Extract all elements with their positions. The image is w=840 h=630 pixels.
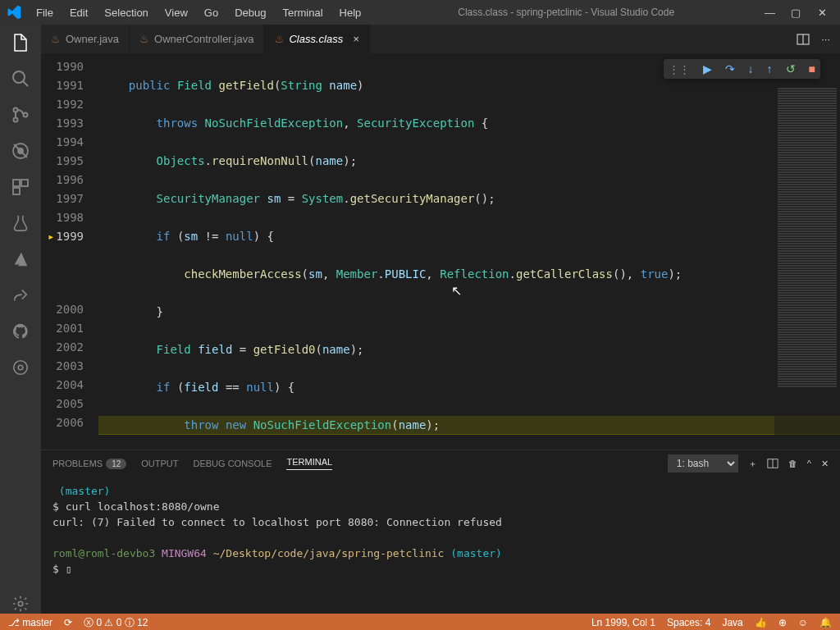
status-errors[interactable]: ⓧ 0 ⚠ 0 ⓘ 12: [84, 616, 148, 630]
status-branch[interactable]: ⎇ master: [8, 617, 52, 628]
minimize-button[interactable]: —: [765, 7, 774, 19]
stop-button[interactable]: ■: [809, 62, 815, 75]
liveshare-icon[interactable]: [11, 285, 30, 305]
settings-gear-icon[interactable]: [11, 594, 30, 614]
menu-file[interactable]: File: [30, 3, 60, 22]
panel-tab-problems[interactable]: PROBLEMS12: [52, 459, 126, 468]
status-smile-icon[interactable]: ☺: [798, 617, 808, 628]
tab-class-class[interactable]: ♨Class.class×: [264, 25, 369, 53]
menu-debug[interactable]: Debug: [228, 3, 272, 22]
terminal-content[interactable]: (master) $ curl localhost:8080/owne curl…: [41, 477, 840, 614]
kill-terminal-icon[interactable]: 🗑: [788, 459, 797, 468]
svg-point-11: [18, 601, 23, 606]
panel-tab-output[interactable]: OUTPUT: [141, 459, 178, 468]
drag-grip-icon[interactable]: ⋮⋮: [669, 63, 690, 75]
menu-help[interactable]: Help: [333, 3, 368, 22]
more-actions-icon[interactable]: ···: [821, 33, 830, 45]
minimap[interactable]: [774, 82, 840, 450]
step-over-button[interactable]: ↷: [725, 62, 735, 75]
status-spaces[interactable]: Spaces: 4: [667, 617, 710, 628]
vscode-logo-icon: [7, 5, 21, 20]
tab-ownercontroller-java[interactable]: ♨OwnerController.java: [130, 25, 264, 53]
menu-edit[interactable]: Edit: [63, 3, 94, 22]
split-editor-icon[interactable]: [797, 33, 810, 46]
maximize-panel-icon[interactable]: ^: [807, 459, 811, 468]
test-icon[interactable]: [11, 213, 30, 233]
status-thumbsup-icon[interactable]: 👍: [755, 617, 767, 628]
code-content[interactable]: public Field getField(String name) throw…: [98, 53, 840, 450]
menu-view[interactable]: View: [158, 3, 194, 22]
svg-point-9: [14, 361, 28, 375]
panel-tab-terminal[interactable]: TERMINAL: [286, 457, 332, 470]
code-editor[interactable]: 1990 1991 1992 1993 1994 1995 1996 1997 …: [41, 53, 840, 450]
search-icon[interactable]: [11, 69, 30, 89]
menu-selection[interactable]: Selection: [98, 3, 154, 22]
continue-button[interactable]: ▶: [703, 62, 712, 75]
restart-button[interactable]: ↺: [786, 62, 796, 75]
mouse-cursor-icon: ↖: [451, 283, 462, 299]
status-cursor[interactable]: Ln 1999, Col 1: [591, 617, 655, 628]
svg-rect-7: [21, 180, 28, 186]
status-bell-icon[interactable]: 🔔: [819, 617, 832, 628]
svg-point-3: [24, 113, 28, 117]
svg-point-1: [14, 108, 18, 112]
step-out-button[interactable]: ↑: [767, 62, 773, 75]
svg-point-10: [18, 365, 23, 370]
close-window-button[interactable]: ✕: [817, 7, 827, 19]
explorer-icon[interactable]: [11, 33, 30, 52]
debug-toolbar[interactable]: ⋮⋮ ▶ ↷ ↓ ↑ ↺ ■: [664, 59, 820, 79]
tab-owner-java[interactable]: ♨Owner.java: [41, 25, 130, 53]
maximize-button[interactable]: ▢: [791, 7, 801, 19]
bottom-panel: PROBLEMS12 OUTPUT DEBUG CONSOLE TERMINAL…: [41, 450, 840, 614]
svg-point-2: [14, 118, 18, 122]
status-language[interactable]: Java: [722, 617, 742, 628]
remote-icon[interactable]: [11, 358, 30, 377]
new-terminal-icon[interactable]: ＋: [748, 458, 757, 470]
status-feedback-icon[interactable]: ⊕: [778, 617, 787, 628]
activity-bar: [0, 25, 41, 614]
titlebar: File Edit Selection View Go Debug Termin…: [0, 0, 840, 25]
source-control-icon[interactable]: [11, 105, 30, 125]
terminal-selector[interactable]: 1: bash: [668, 454, 738, 472]
close-tab-icon[interactable]: ×: [353, 33, 359, 45]
svg-rect-8: [13, 188, 20, 194]
github-icon[interactable]: [11, 322, 30, 341]
menu-go[interactable]: Go: [198, 3, 225, 22]
split-terminal-icon[interactable]: [767, 458, 778, 469]
svg-rect-6: [13, 180, 20, 186]
status-sync[interactable]: ⟳: [64, 617, 72, 628]
menu-terminal[interactable]: Terminal: [276, 3, 329, 22]
azure-icon[interactable]: [11, 249, 30, 269]
panel-tab-debugconsole[interactable]: DEBUG CONSOLE: [194, 459, 272, 468]
status-bar: ⎇ master ⟳ ⓧ 0 ⚠ 0 ⓘ 12 Ln 1999, Col 1 S…: [0, 614, 840, 630]
extensions-icon[interactable]: [11, 177, 30, 197]
line-gutter: 1990 1991 1992 1993 1994 1995 1996 1997 …: [41, 53, 98, 450]
window-title: Class.class - spring-petclinic - Visual …: [368, 7, 765, 18]
editor-tabs: ♨Owner.java ♨OwnerController.java ♨Class…: [41, 25, 840, 53]
svg-point-5: [18, 148, 23, 153]
close-panel-icon[interactable]: ✕: [821, 459, 829, 469]
svg-point-0: [13, 71, 25, 83]
debug-icon[interactable]: [11, 141, 30, 161]
menu-bar: File Edit Selection View Go Debug Termin…: [30, 3, 368, 22]
step-into-button[interactable]: ↓: [748, 62, 754, 75]
